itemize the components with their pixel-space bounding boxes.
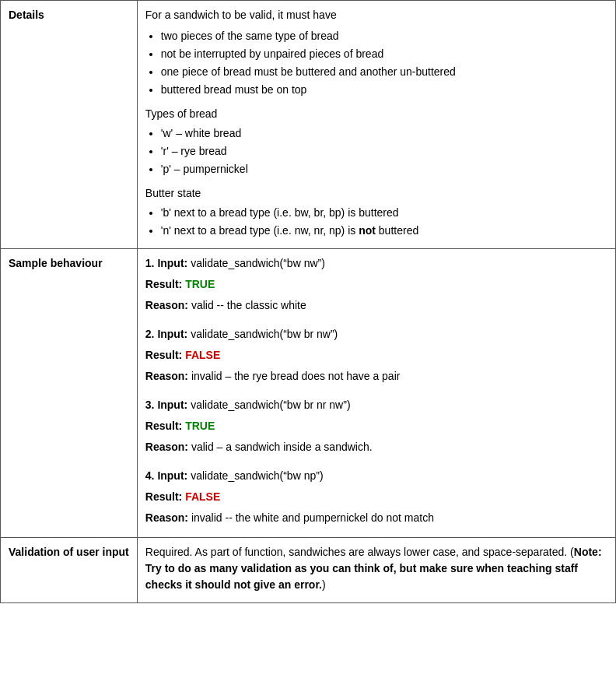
validation-label-text: Validation of user input <box>9 546 129 558</box>
sample-1-reason-value: valid -- the classic white <box>191 299 306 311</box>
sample-label-text: Sample behaviour <box>9 257 103 269</box>
sample-1-reason: Reason: valid -- the classic white <box>145 297 607 314</box>
sample-label: Sample behaviour <box>1 249 138 538</box>
validation-bold-text: Try to do as many validation as you can … <box>145 562 578 591</box>
validation-note-label: Note: <box>574 546 602 558</box>
sample-1-result-value: TRUE <box>185 278 215 290</box>
details-row: Details For a sandwich to be valid, it m… <box>1 1 616 249</box>
sample-4-reason-label: Reason: <box>145 511 188 524</box>
rule-item: buttered bread must be on top <box>161 82 607 98</box>
butter-item: 'b' next to a bread type (i.e. bw, br, b… <box>161 205 607 221</box>
sample-3-reason: Reason: valid – a sandwich inside a sand… <box>145 439 607 455</box>
sample-4-input-label: Input: <box>157 469 187 482</box>
sample-3-input: 3. Input: validate_sandwich(“bw br nr nw… <box>145 397 607 413</box>
sample-3-reason-label: Reason: <box>145 441 188 453</box>
sample-1-result: Result: TRUE <box>145 276 607 293</box>
butter-list: 'b' next to a bread type (i.e. bw, br, b… <box>161 205 607 239</box>
sample-4-result-label: Result: <box>145 490 182 503</box>
sample-content: 1. Input: validate_sandwich(“bw nw”) Res… <box>137 249 615 538</box>
validation-content: Required. As part of function, sandwiche… <box>137 538 615 603</box>
sample-2-reason: Reason: invalid – the rye bread does not… <box>145 368 607 385</box>
sample-1-input-value: validate_sandwich(“bw nw”) <box>191 257 325 269</box>
type-item: 'p' – pumpernickel <box>161 161 607 177</box>
sample-4-result: Result: FALSE <box>145 489 607 505</box>
rule-item: one piece of bread must be buttered and … <box>161 64 607 80</box>
validation-text-end: ) <box>322 578 326 591</box>
details-intro: For a sandwich to be valid, it must have <box>145 7 607 23</box>
sample-3-result-value: TRUE <box>185 420 215 432</box>
type-item: 'r' – rye bread <box>161 143 607 160</box>
validation-text: Required. As part of function, sandwiche… <box>145 544 607 593</box>
sample-4-reason: Reason: invalid -- the white and pumpern… <box>145 510 607 526</box>
butter-not-prefix: 'n' next to a bread type (i.e. nw, nr, n… <box>161 224 359 237</box>
sample-3-result: Result: TRUE <box>145 418 607 434</box>
sample-2-result: Result: FALSE <box>145 347 607 364</box>
butter-heading: Butter state <box>145 185 607 202</box>
sample-1-result-label: Result: <box>145 278 182 290</box>
main-table: Details For a sandwich to be valid, it m… <box>0 0 616 603</box>
sample-3: 3. Input: validate_sandwich(“bw br nr nw… <box>145 397 607 455</box>
sample-2: 2. Input: validate_sandwich(“bw br nw”) … <box>145 326 607 385</box>
butter-item-not: 'n' next to a bread type (i.e. nw, nr, n… <box>161 223 607 239</box>
sample-3-result-label: Result: <box>145 420 182 432</box>
details-label-text: Details <box>9 9 44 21</box>
sample-1-input-label: Input: <box>157 257 187 269</box>
sample-2-reason-value: invalid – the rye bread does not have a … <box>191 370 401 382</box>
rule-item: not be interrupted by unpaired pieces of… <box>161 46 607 62</box>
sample-2-reason-label: Reason: <box>145 370 188 382</box>
sample-2-number: 2. <box>145 328 158 340</box>
types-list: 'w' – white bread 'r' – rye bread 'p' – … <box>161 125 607 177</box>
sample-1: 1. Input: validate_sandwich(“bw nw”) Res… <box>145 255 607 314</box>
sample-1-number: 1. <box>145 257 158 269</box>
sample-1-reason-label: Reason: <box>145 299 188 311</box>
sample-3-input-value: validate_sandwich(“bw br nr nw”) <box>191 399 350 411</box>
sample-3-reason-value: valid – a sandwich inside a sandwich. <box>191 441 373 453</box>
butter-not-bold: not <box>359 224 376 237</box>
sample-4-input-value: validate_sandwich(“bw np”) <box>191 469 323 482</box>
details-content: For a sandwich to be valid, it must have… <box>137 1 615 249</box>
sample-4-input: 4. Input: validate_sandwich(“bw np”) <box>145 468 607 484</box>
sample-row: Sample behaviour 1. Input: validate_sand… <box>1 249 616 538</box>
validation-row: Validation of user input Required. As pa… <box>1 538 616 603</box>
validation-text1: Required. As part of function, sandwiche… <box>145 546 574 558</box>
types-heading: Types of bread <box>145 106 607 122</box>
sample-4-result-value: FALSE <box>185 490 220 503</box>
sample-2-input-value: validate_sandwich(“bw br nw”) <box>191 328 338 340</box>
details-label: Details <box>1 1 138 249</box>
sample-3-input-label: Input: <box>157 399 187 411</box>
butter-not-suffix: buttered <box>376 224 418 237</box>
sample-4-reason-value: invalid -- the white and pumpernickel do… <box>191 511 434 524</box>
sample-2-result-label: Result: <box>145 349 182 361</box>
sample-2-input: 2. Input: validate_sandwich(“bw br nw”) <box>145 326 607 342</box>
sample-1-input: 1. Input: validate_sandwich(“bw nw”) <box>145 255 607 272</box>
type-item: 'w' – white bread <box>161 125 607 142</box>
validation-label: Validation of user input <box>1 538 138 603</box>
rule-item: two pieces of the same type of bread <box>161 28 607 44</box>
details-rules-list: two pieces of the same type of bread not… <box>161 28 607 98</box>
sample-4-number: 4. <box>145 469 158 482</box>
sample-3-number: 3. <box>145 399 158 411</box>
sample-2-input-label: Input: <box>157 328 187 340</box>
sample-4: 4. Input: validate_sandwich(“bw np”) Res… <box>145 468 607 526</box>
sample-2-result-value: FALSE <box>185 349 220 361</box>
